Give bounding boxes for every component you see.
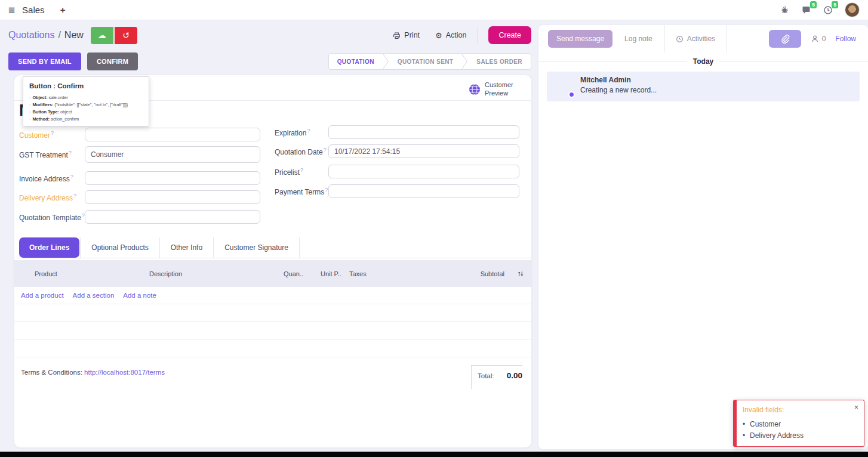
tooltip-row: ◦Modifiers: {"invisible": [["state", "no… (29, 101, 143, 109)
stage-quotation[interactable]: QUOTATION (329, 54, 383, 69)
column-taxes[interactable]: Taxes (349, 260, 367, 287)
attach-files-button[interactable] (769, 30, 801, 48)
debug-bug-icon[interactable] (780, 5, 789, 14)
add-a-section-link[interactable]: Add a section (73, 292, 115, 299)
log-note-button[interactable]: Log note (624, 35, 652, 43)
message-avatar (553, 76, 574, 97)
breadcrumb-current: New (64, 30, 84, 41)
tooltip-row: ◦Object: sale.order (29, 94, 143, 101)
form-header-row: SEND BY EMAIL CONFIRM QUOTATION QUOTATIO… (8, 53, 531, 70)
order-line-empty-row (14, 304, 531, 322)
tab-other-info[interactable]: Other Info (160, 237, 214, 258)
order-line-empty-row (14, 339, 531, 357)
stage-quotation-sent[interactable]: QUOTATION SENT (389, 54, 462, 69)
new-tab-button[interactable]: + (60, 5, 66, 15)
tooltip-row: ◦Button Type: object (29, 109, 143, 116)
stage-chevron-icon (383, 54, 389, 69)
payment-terms-label: Payment Terms? (275, 187, 328, 196)
create-button[interactable]: Create (488, 26, 531, 44)
quotation-template-label: Quotation Template? (19, 212, 85, 222)
cloud-save-icon: ☁ (98, 30, 106, 40)
button-confirm-tooltip: Button : Confirm ◦Object: sale.order ◦Mo… (23, 76, 149, 126)
save-record-button[interactable]: ☁ (91, 27, 113, 44)
totals-box: Total: 0.00 (471, 365, 522, 389)
page: ≡ Sales + 5 5 Quotations/New ☁ ↺ (0, 0, 868, 457)
printer-icon (393, 32, 401, 39)
expiration-input[interactable] (328, 125, 519, 139)
follow-button[interactable]: Follow (835, 35, 856, 43)
top-navbar: ≡ Sales + 5 5 (0, 0, 868, 20)
column-product[interactable]: Product (35, 260, 57, 287)
screen-edge-bar (0, 452, 868, 457)
quotation-form-sheet: Customer Preview New Button : Confirm ◦O… (14, 75, 531, 447)
quotation-date-input[interactable] (328, 144, 519, 158)
app-menu-sales[interactable]: Sales (22, 5, 45, 15)
pricelist-label: Pricelist? (275, 167, 328, 177)
toolbar-actions: Print ⚙ Action Create (393, 26, 531, 44)
expiration-label: Expiration? (275, 128, 328, 137)
date-divider-label: Today (693, 57, 713, 66)
tab-customer-signature[interactable]: Customer Signature (214, 237, 300, 258)
column-quantity[interactable]: Quan.. (284, 260, 303, 287)
column-unit-price[interactable]: Unit P.. (321, 260, 341, 287)
invoice-address-input[interactable] (85, 171, 260, 185)
action-button[interactable]: ⚙ Action (435, 31, 466, 40)
field-row-payment-terms: Payment Terms? (275, 184, 519, 198)
field-row-quotation-date: Quotation Date? (275, 144, 519, 158)
followers-count: 0 (822, 35, 826, 43)
stage-chevron-icon (461, 54, 468, 69)
field-row-quotation-template: Quotation Template? (19, 210, 260, 224)
follower-person-icon (811, 35, 819, 43)
breadcrumb-quotations-link[interactable]: Quotations (8, 30, 54, 41)
print-button[interactable]: Print (393, 31, 420, 39)
payment-terms-input[interactable] (328, 184, 519, 198)
message-author: Mitchell Admin (580, 76, 657, 84)
field-row-pricelist: Pricelist? (275, 165, 519, 178)
schedule-activity-button[interactable]: Activities (664, 25, 727, 53)
breadcrumb-row: Quotations/New ☁ ↺ Print ⚙ Action Create (8, 25, 531, 45)
add-a-product-link[interactable]: Add a product (21, 292, 64, 299)
column-subtotal[interactable]: Subtotal (481, 260, 504, 287)
gst-treatment-label: GST Treatment? (19, 150, 85, 159)
tooltip-row: ◦Method: action_confirm (29, 116, 143, 123)
date-divider: Today (538, 57, 868, 66)
breadcrumb: Quotations/New ☁ ↺ (8, 27, 137, 44)
print-label: Print (404, 31, 420, 39)
activities-clock-icon[interactable]: 5 (823, 5, 833, 15)
stage-sales-order[interactable]: SALES ORDER (468, 54, 531, 69)
send-by-email-button[interactable]: SEND BY EMAIL (8, 53, 81, 70)
toast-close-icon[interactable]: × (854, 403, 858, 412)
confirm-button[interactable]: CONFIRM (87, 53, 138, 70)
column-description[interactable]: Description (149, 260, 182, 287)
messages-icon[interactable]: 5 (801, 5, 811, 15)
tab-order-lines[interactable]: Order Lines (19, 237, 79, 258)
order-lines-add-links: Add a product Add a section Add a note (21, 288, 156, 302)
hamburger-menu-icon[interactable]: ≡ (8, 4, 15, 16)
terms-link[interactable]: http://localhost:8017/terms (84, 369, 165, 376)
add-a-note-link[interactable]: Add a note (123, 292, 156, 299)
user-avatar[interactable] (845, 2, 860, 17)
terms-label: Terms & Conditions: (21, 369, 82, 376)
delivery-address-label: Delivery Address? (19, 193, 85, 202)
delivery-address-input[interactable] (85, 190, 260, 204)
optional-columns-icon[interactable] (517, 260, 524, 287)
total-value: 0.00 (507, 371, 522, 380)
navbar-left: ≡ Sales + (0, 4, 65, 16)
chatter-panel: Send message Log note Activities 0 Follo… (538, 25, 868, 449)
followers-button[interactable]: 0 (811, 35, 826, 43)
message-body: Creating a new record... (580, 86, 657, 94)
gst-treatment-input[interactable] (85, 146, 260, 163)
field-row-invoice-address: Invoice Address? (19, 171, 260, 185)
quotation-template-input[interactable] (85, 210, 260, 224)
pricelist-input[interactable] (328, 165, 519, 178)
discard-record-button[interactable]: ↺ (115, 27, 137, 44)
toolbar-divider (477, 27, 478, 44)
customer-preview-button[interactable]: Customer Preview (465, 79, 525, 100)
statusbar: QUOTATION QUOTATION SENT SALES ORDER (328, 53, 531, 70)
field-row-gst-treatment: GST Treatment? (19, 146, 260, 163)
customer-input[interactable] (85, 128, 260, 141)
notebook-tabs: Order Lines Optional Products Other Info… (14, 237, 531, 258)
send-message-button[interactable]: Send message (548, 30, 612, 48)
order-line-empty-row (14, 322, 531, 339)
tab-optional-products[interactable]: Optional Products (80, 237, 159, 258)
